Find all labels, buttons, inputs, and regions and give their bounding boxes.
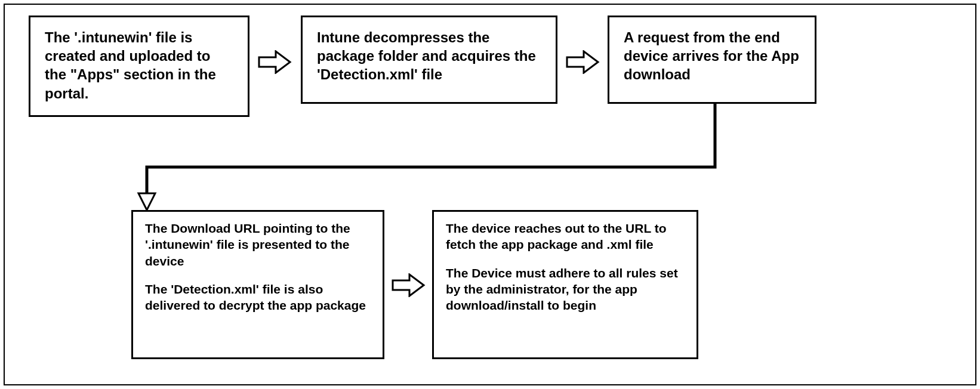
step-box-4: The Download URL pointing to the '.intun… [131, 210, 384, 359]
elbow-connector [130, 104, 727, 223]
step-box-1: The '.intunewin' file is created and upl… [29, 16, 249, 117]
step-text-5b: The Device must adhere to all rules set … [446, 265, 685, 314]
step-box-3: A request from the end device arrives fo… [608, 16, 816, 104]
arrow-right-icon [566, 50, 600, 74]
step-text-5a: The device reaches out to the URL to fet… [446, 220, 685, 253]
step-text-4a: The Download URL pointing to the '.intun… [145, 220, 371, 269]
step-text-2: Intune decompresses the package folder a… [317, 29, 536, 82]
arrow-right-icon [392, 273, 426, 297]
step-text-3: A request from the end device arrives fo… [624, 29, 799, 82]
step-box-2: Intune decompresses the package folder a… [301, 16, 557, 104]
step-box-5: The device reaches out to the URL to fet… [432, 210, 698, 359]
arrow-right-icon [258, 50, 292, 74]
step-text-4b: The 'Detection.xml' file is also deliver… [145, 281, 371, 314]
step-text-1: The '.intunewin' file is created and upl… [45, 29, 216, 101]
diagram-frame: The '.intunewin' file is created and upl… [4, 4, 976, 385]
